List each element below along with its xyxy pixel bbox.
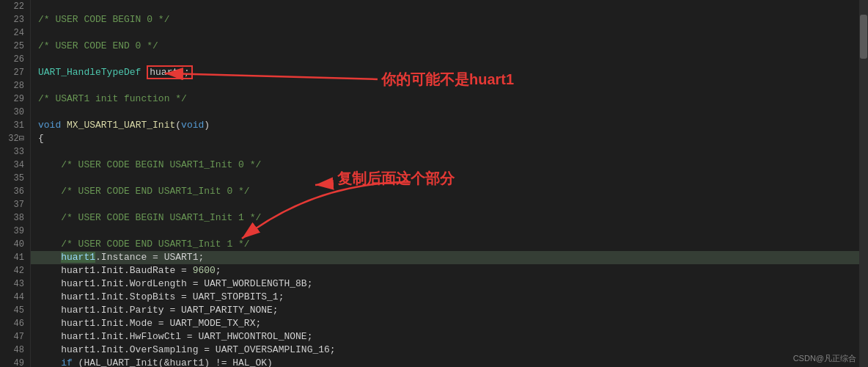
line-num-28: 28 <box>0 79 24 92</box>
line-num-31: 31 <box>0 119 24 132</box>
code-line-37 <box>31 198 868 211</box>
line-num-49: 49 <box>0 357 24 367</box>
code-line-48: huart1.Init.OverSampling = UART_OVERSAMP… <box>31 344 868 357</box>
code-line-45: huart1.Init.Parity = UART_PARITY_NONE; <box>31 304 868 317</box>
line-num-24: 24 <box>0 26 24 40</box>
comment-begin-usart1-0: /* USER CODE BEGIN USART1_Init 0 */ <box>38 159 261 170</box>
code-line-35 <box>31 172 868 185</box>
line-46-code: huart1.Init.Mode = UART_MODE_TX_RX; <box>38 318 261 329</box>
scrollbar-thumb[interactable] <box>860 15 867 59</box>
code-line-41: huart1.Instance = USART1; <box>31 251 868 264</box>
comment-end-0: /* USER CODE END 0 */ <box>38 40 158 51</box>
line-num-38: 38 <box>0 211 24 225</box>
code-line-30 <box>31 106 868 119</box>
space-31 <box>61 120 67 131</box>
code-line-46: huart1.Init.Mode = UART_MODE_TX_RX; <box>31 317 868 330</box>
code-line-34: /* USER CODE BEGIN USART1_Init 0 */ <box>31 159 868 172</box>
line-47-code: huart1.Init.HwFlowCtl = UART_HWCONTROL_N… <box>38 331 312 342</box>
branding-text: CSDN@凡正综合 <box>793 353 856 364</box>
semi-42: ; <box>216 265 221 276</box>
huart1-instance-var: huart1 <box>61 252 95 263</box>
line-num-36: 36 <box>0 185 24 198</box>
line-numbers: 22 23 24 25 26 27 28 29 30 31 32⊟ 33 34 … <box>0 0 31 367</box>
line-num-34: 34 <box>0 159 24 172</box>
line-num-39: 39 <box>0 225 24 238</box>
line-num-25: 25 <box>0 40 24 53</box>
editor-container: 22 23 24 25 26 27 28 29 30 31 32⊟ 33 34 … <box>0 0 868 367</box>
line-42-code: huart1.Init.BaudRate = <box>38 265 193 276</box>
code-line-32: { <box>31 132 868 145</box>
code-area: /* USER CODE BEGIN 0 */ /* USER CODE END… <box>31 0 868 367</box>
instance-assign: .Instance = USART1; <box>95 252 204 263</box>
code-line-23: /* USER CODE BEGIN 0 */ <box>31 13 868 26</box>
close-paren-31: ) <box>204 120 210 131</box>
code-line-39 <box>31 225 868 238</box>
code-line-38: /* USER CODE BEGIN USART1_Init 1 */ <box>31 211 868 225</box>
line-num-26: 26 <box>0 53 24 66</box>
line-num-32: 32⊟ <box>0 132 24 145</box>
comment-begin-usart1-1: /* USER CODE BEGIN USART1_Init 1 */ <box>38 212 261 223</box>
code-line-22 <box>31 0 868 13</box>
line-num-40: 40 <box>0 238 24 251</box>
line-num-47: 47 <box>0 330 24 344</box>
line-num-23: 23 <box>0 13 24 26</box>
code-line-29: /* USART1 init function */ <box>31 92 868 106</box>
line-num-44: 44 <box>0 291 24 304</box>
line-43-code: huart1.Init.WordLength = UART_WORDLENGTH… <box>38 278 312 289</box>
comment-end-usart1-1: /* USER CODE END USART1_Init 1 */ <box>38 239 250 250</box>
code-line-31: void MX_USART1_UART_Init(void) <box>31 119 868 132</box>
code-line-27: UART_HandleTypeDef huart1; <box>31 66 868 79</box>
code-line-44: huart1.Init.StopBits = UART_STOPBITS_1; <box>31 291 868 304</box>
comment-end-usart1-0: /* USER CODE END USART1_Init 0 */ <box>38 186 250 197</box>
code-line-40: /* USER CODE END USART1_Init 1 */ <box>31 238 868 251</box>
code-line-49: if (HAL_UART_Init(&huart1) != HAL_OK) <box>31 357 868 367</box>
line-num-41: 41 <box>0 251 24 264</box>
baudrate-val: 9600 <box>193 265 216 276</box>
code-line-26 <box>31 53 868 66</box>
line-49-code: (HAL_UART_Init(&huart1) != HAL_OK) <box>73 357 273 367</box>
line-num-30: 30 <box>0 106 24 119</box>
line-num-37: 37 <box>0 198 24 211</box>
line-num-42: 42 <box>0 264 24 277</box>
comment-begin-0: /* USER CODE BEGIN 0 */ <box>38 14 169 25</box>
line-num-43: 43 <box>0 277 24 291</box>
line-num-46: 46 <box>0 317 24 330</box>
line-num-22: 22 <box>0 0 24 13</box>
func-mx-usart1: MX_USART1_UART_Init <box>67 120 175 131</box>
indent-41 <box>38 252 61 263</box>
code-line-43: huart1.Init.WordLength = UART_WORDLENGTH… <box>31 277 868 291</box>
line-num-27: 27 <box>0 66 24 79</box>
code-line-33 <box>31 145 868 159</box>
code-line-25: /* USER CODE END 0 */ <box>31 40 868 53</box>
line-48-code: huart1.Init.OverSampling = UART_OVERSAMP… <box>38 344 336 355</box>
line-num-29: 29 <box>0 92 24 106</box>
code-line-47: huart1.Init.HwFlowCtl = UART_HWCONTROL_N… <box>31 330 868 344</box>
code-line-28 <box>31 79 868 92</box>
line-num-35: 35 <box>0 172 24 185</box>
huart1-boxed: huart1; <box>147 65 193 79</box>
type-uart-handletypedef: UART_HandleTypeDef <box>38 67 141 78</box>
code-line-36: /* USER CODE END USART1_Init 0 */ <box>31 185 868 198</box>
line-44-code: huart1.Init.StopBits = UART_STOPBITS_1; <box>38 291 284 302</box>
line-num-48: 48 <box>0 344 24 357</box>
line-45-code: huart1.Init.Parity = UART_PARITY_NONE; <box>38 305 279 316</box>
paren-31: ( <box>175 120 181 131</box>
brace-open-32: { <box>38 133 44 144</box>
keyword-if: if <box>38 357 73 367</box>
code-line-24 <box>31 26 868 40</box>
code-line-42: huart1.Init.BaudRate = 9600; <box>31 264 868 277</box>
keyword-void-31: void <box>38 120 61 131</box>
line-num-33: 33 <box>0 145 24 159</box>
scrollbar[interactable] <box>859 0 868 367</box>
keyword-void-param: void <box>181 120 204 131</box>
comment-usart1-init: /* USART1 init function */ <box>38 93 187 104</box>
line-num-45: 45 <box>0 304 24 317</box>
